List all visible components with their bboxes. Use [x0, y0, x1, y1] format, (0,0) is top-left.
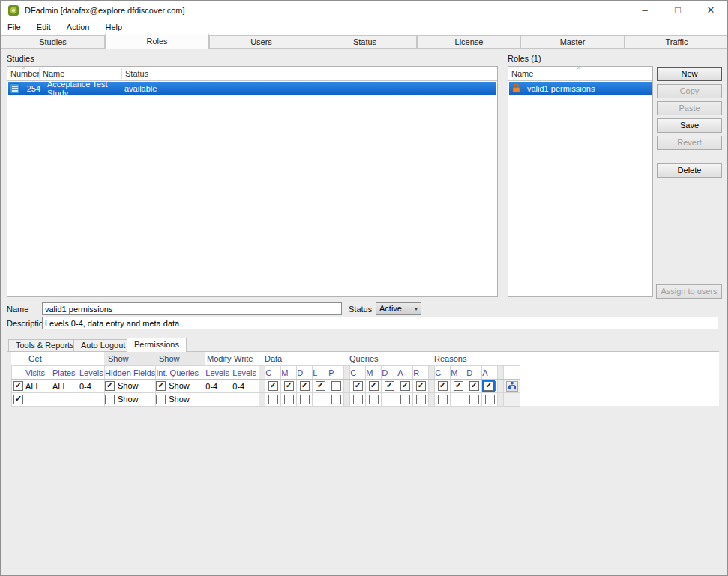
col-data-p[interactable]: P — [328, 366, 344, 380]
row1-data-d-checkbox[interactable] — [300, 381, 310, 391]
tab-status[interactable]: Status — [313, 35, 417, 49]
row1-hierarchy-icon-button[interactable] — [506, 381, 518, 392]
study-row-selected[interactable]: 254 Acceptance Test Study available — [8, 82, 496, 94]
col-queries-r[interactable]: R — [413, 366, 429, 380]
studies-col-number[interactable]: Number — [10, 67, 40, 81]
row2-levels[interactable] — [79, 393, 105, 406]
row1-modify-levels[interactable]: 0-4 — [205, 380, 232, 393]
row1-data-p-checkbox[interactable] — [331, 381, 341, 391]
tab-roles[interactable]: Roles — [105, 34, 209, 50]
row2-write-levels[interactable] — [232, 393, 259, 406]
row1-plates[interactable]: ALL — [52, 380, 79, 393]
row1-data-l-checkbox[interactable] — [316, 381, 325, 391]
menu-file[interactable]: File — [1, 20, 28, 34]
row2-reasons-m-checkbox[interactable] — [454, 394, 463, 404]
permissions-header-row: Visits Plates Levels Hidden Fields Int. … — [12, 366, 520, 380]
row1-queries-a-checkbox[interactable] — [400, 381, 410, 391]
tab-master[interactable]: Master — [520, 35, 625, 49]
col-levels[interactable]: Levels — [79, 366, 105, 380]
delete-button[interactable]: Delete — [657, 164, 722, 178]
col-queries-m[interactable]: M — [366, 366, 382, 380]
col-data-m[interactable]: M — [281, 366, 297, 380]
description-input[interactable] — [42, 316, 718, 329]
close-icon[interactable]: ✕ — [694, 1, 727, 20]
studies-col-status[interactable]: Status — [125, 67, 148, 81]
tab-auto-logout[interactable]: Auto Logout — [73, 339, 133, 352]
row1-reasons-a-checkbox[interactable] — [484, 381, 493, 391]
col-queries-d[interactable]: D — [382, 366, 397, 380]
row2-reasons-a-checkbox[interactable] — [485, 394, 495, 404]
row1-reasons-d-checkbox[interactable] — [469, 381, 479, 391]
row1-hidden-fields-checkbox[interactable] — [105, 381, 115, 391]
row1-levels[interactable]: 0-4 — [79, 380, 105, 393]
revert-button[interactable]: Revert — [657, 136, 722, 150]
row1-reasons-m-checkbox[interactable] — [454, 381, 463, 391]
col-hidden-fields[interactable]: Hidden Fields — [105, 366, 156, 380]
menu-help[interactable]: Help — [98, 20, 129, 34]
role-name-input[interactable] — [42, 302, 342, 315]
row2-queries-c-checkbox[interactable] — [353, 394, 363, 404]
row2-modify-levels[interactable] — [205, 393, 232, 406]
paste-button[interactable]: Paste — [657, 101, 722, 116]
row2-queries-a-checkbox[interactable] — [400, 394, 410, 404]
row2-int-queries-checkbox[interactable] — [156, 394, 166, 404]
col-queries-c[interactable]: C — [350, 366, 366, 380]
row1-queries-d-checkbox[interactable] — [385, 381, 394, 391]
menu-action[interactable]: Action — [60, 20, 97, 34]
row2-data-d-checkbox[interactable] — [300, 394, 310, 404]
col-write-levels[interactable]: Levels — [232, 366, 259, 380]
row2-reasons-d-checkbox[interactable] — [469, 394, 479, 404]
role-row-selected[interactable]: valid1 permissions — [509, 82, 652, 94]
col-plates[interactable]: Plates — [52, 366, 79, 380]
row1-reasons-c-checkbox[interactable] — [438, 381, 448, 391]
minimize-icon[interactable]: – — [628, 1, 661, 20]
row2-data-p-checkbox[interactable] — [331, 394, 341, 404]
row2-queries-r-checkbox[interactable] — [416, 394, 426, 404]
col-reasons-d[interactable]: D — [466, 366, 482, 380]
maximize-icon[interactable]: □ — [661, 1, 694, 20]
row2-queries-d-checkbox[interactable] — [385, 394, 394, 404]
row1-queries-m-checkbox[interactable] — [369, 381, 379, 391]
status-select[interactable]: Active ▾ — [376, 302, 421, 315]
col-reasons-a[interactable]: A — [482, 366, 498, 380]
row2-data-m-checkbox[interactable] — [284, 394, 294, 404]
row2-reasons-c-checkbox[interactable] — [438, 394, 448, 404]
assign-to-users-button[interactable]: Assign to users — [656, 284, 722, 298]
copy-button[interactable]: Copy — [657, 84, 722, 98]
col-data-l[interactable]: L — [313, 366, 328, 380]
row1-data-m-checkbox[interactable] — [284, 381, 294, 391]
save-button[interactable]: Save — [657, 118, 722, 133]
row1-queries-c-checkbox[interactable] — [353, 381, 363, 391]
roles-col-name[interactable]: Name — [511, 67, 533, 81]
tab-tools-reports[interactable]: Tools & Reports — [8, 339, 82, 352]
row2-plates[interactable] — [52, 393, 79, 406]
row1-write-levels[interactable]: 0-4 — [232, 380, 259, 393]
tab-users[interactable]: Users — [209, 35, 313, 49]
row2-data-l-checkbox[interactable] — [316, 394, 325, 404]
tab-traffic[interactable]: Traffic — [625, 35, 728, 49]
tab-license[interactable]: License — [417, 35, 521, 49]
row1-data-c-checkbox[interactable] — [268, 381, 278, 391]
col-queries-a[interactable]: A — [397, 366, 413, 380]
col-reasons-c[interactable]: C — [435, 366, 451, 380]
col-reasons-m[interactable]: M — [451, 366, 466, 380]
menu-edit[interactable]: Edit — [30, 20, 58, 34]
row1-enabled-checkbox[interactable] — [13, 381, 23, 391]
col-data-c[interactable]: C — [265, 366, 281, 380]
row1-visits[interactable]: ALL — [25, 380, 52, 393]
row1-int-queries-checkbox[interactable] — [156, 381, 166, 391]
row2-hidden-fields-checkbox[interactable] — [105, 394, 115, 404]
column-spacer — [429, 380, 435, 393]
tab-studies[interactable]: Studies — [1, 35, 105, 49]
new-button[interactable]: New — [657, 67, 722, 81]
tab-permissions[interactable]: Permissions — [127, 338, 187, 352]
row2-queries-m-checkbox[interactable] — [369, 394, 379, 404]
row2-data-c-checkbox[interactable] — [268, 394, 278, 404]
col-modify-levels[interactable]: Levels — [205, 366, 232, 380]
row2-enabled-checkbox[interactable] — [13, 394, 23, 404]
col-data-d[interactable]: D — [297, 366, 313, 380]
col-int-queries[interactable]: Int. Queries — [156, 366, 205, 380]
row2-visits[interactable] — [25, 393, 52, 406]
row1-queries-r-checkbox[interactable] — [416, 381, 426, 391]
col-visits[interactable]: Visits — [25, 366, 52, 380]
